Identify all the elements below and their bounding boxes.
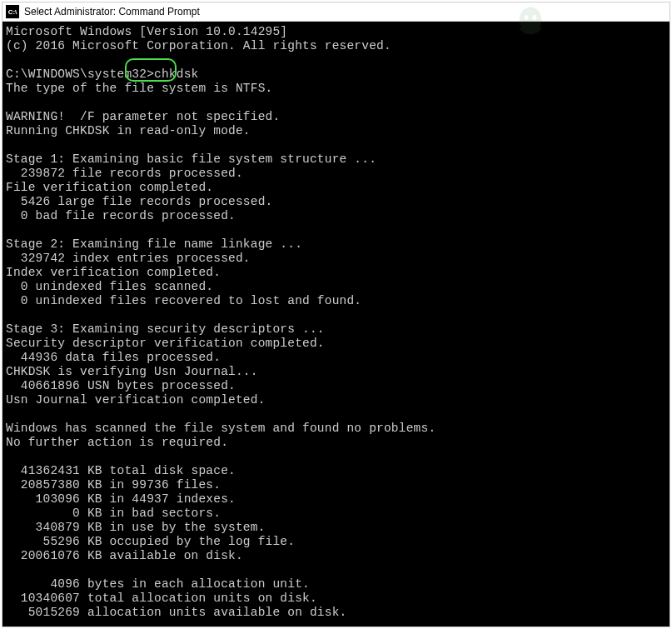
stage1-completed: File verification completed. [6,181,213,194]
stage3-usn-verifying: CHKDSK is verifying Usn Journal... [6,365,258,378]
result-line1: Windows has scanned the file system and … [6,422,436,435]
disk-available: 20061076 KB available on disk. [6,549,243,562]
command-prompt-window: C:\ Select Administrator: Command Prompt… [2,2,670,627]
stage3-completed: Security descriptor verification complet… [6,337,325,350]
alloc-total: 10340607 total allocation units on disk. [6,592,317,605]
stage3-data-files: 44936 data files processed. [6,351,221,364]
prompt-path: C:\WINDOWS\system32> [6,67,154,81]
stage1-records: 239872 file records processed. [6,167,243,180]
disk-in-indexes: 103096 KB in 44937 indexes. [6,492,236,506]
disk-in-files: 20857380 KB in 99736 files. [6,478,221,492]
header-version: Microsoft Windows [Version 10.0.14295] [6,25,287,38]
stage3-usn-completed: Usn Journal verification completed. [6,393,266,407]
terminal-output[interactable]: Microsoft Windows [Version 10.0.14295] (… [2,22,670,627]
stage3-title: Stage 3: Examining security descriptors … [6,322,325,336]
alloc-available: 5015269 allocation units available on di… [6,606,346,619]
disk-system: 340879 KB in use by the system. [6,521,266,534]
stage2-title: Stage 2: Examining file name linkage ... [6,237,302,251]
header-copyright: (c) 2016 Microsoft Corporation. All righ… [6,39,391,52]
alloc-bytes: 4096 bytes in each allocation unit. [6,577,310,591]
disk-total: 41362431 KB total disk space. [6,464,236,477]
titlebar[interactable]: C:\ Select Administrator: Command Prompt [2,2,670,22]
stage1-title: Stage 1: Examining basic file system str… [6,152,376,166]
readonly-mode: Running CHKDSK in read-only mode. [6,124,251,137]
stage2-unindexed-recovered: 0 unindexed files recovered to lost and … [6,294,361,307]
cmd-icon: C:\ [6,5,19,18]
stage1-large: 5426 large file records processed. [6,195,272,208]
disk-log: 55296 KB occupied by the log file. [6,535,295,548]
result-line2: No further action is required. [6,436,228,449]
stage3-usn-bytes: 40661896 USN bytes processed. [6,379,236,392]
window-title: Select Administrator: Command Prompt [24,6,200,17]
stage1-bad: 0 bad file records processed. [6,209,236,222]
command-input: chkdsk [154,67,198,81]
warning-text: WARNING! /F parameter not specified. [6,110,280,123]
disk-bad-sectors: 0 KB in bad sectors. [6,507,221,520]
filesystem-type: The type of the file system is NTFS. [6,82,272,95]
stage2-completed: Index verification completed. [6,266,221,279]
stage2-index: 329742 index entries processed. [6,252,251,265]
stage2-unindexed-scanned: 0 unindexed files scanned. [6,280,213,293]
